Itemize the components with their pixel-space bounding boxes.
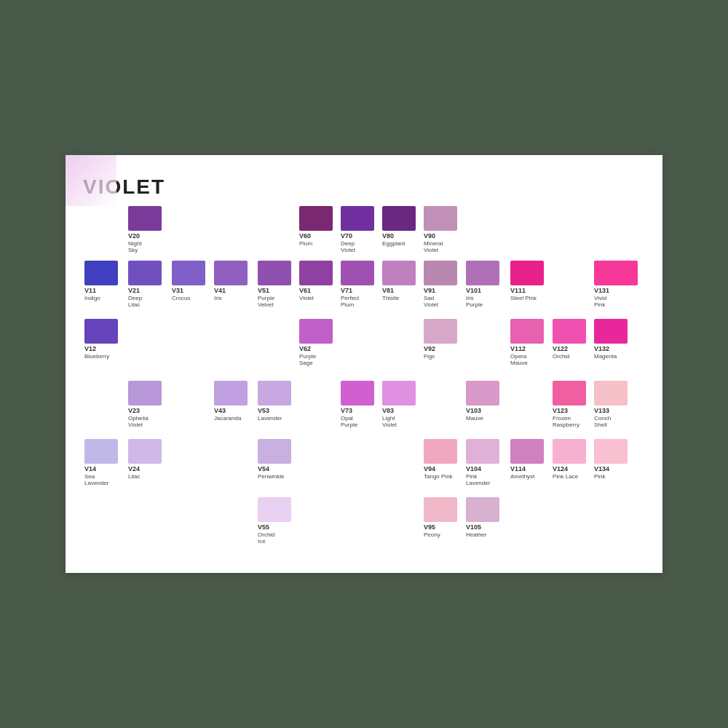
swatch-box-V105 xyxy=(466,497,499,522)
swatch-box-V62 xyxy=(299,319,333,344)
page-title: VIOLET xyxy=(83,175,645,199)
swatch-box-V94 xyxy=(424,439,457,464)
swatch-V91: V91 SadViolet xyxy=(422,261,462,314)
swatch-box-V90 xyxy=(424,206,457,231)
swatch-V80: V80 Eggplant xyxy=(381,206,420,253)
swatch-V94: V94 Tango Pink xyxy=(422,439,462,486)
swatch-V90: V90 MineralViolet xyxy=(422,206,462,259)
swatch-V101: V101 IrisPurple xyxy=(464,261,504,314)
swatch-box-V112 xyxy=(510,319,544,344)
swatch-box-V122 xyxy=(553,319,586,344)
swatch-V43: V43 Jacaranda xyxy=(213,381,252,427)
swatch-V62: V62 PurpleSage xyxy=(298,319,337,372)
swatch-box-V24 xyxy=(128,439,162,464)
swatch-V95: V95 Peony xyxy=(422,497,462,544)
swatch-V23: V23 OpheliaViolet xyxy=(127,381,166,434)
swatch-V54: V54 Periwinkle xyxy=(256,439,296,486)
swatch-V53: V53 Lavender xyxy=(256,381,296,427)
swatch-box-V133 xyxy=(594,381,628,405)
swatch-box-V111 xyxy=(510,261,544,285)
swatch-V132: V132 Magenta xyxy=(593,319,632,365)
swatch-V20: V20 NightSky xyxy=(127,206,166,259)
color-chart-card: VIOLET V20 NightSky V60 Plum V70 DeepVio… xyxy=(66,155,662,573)
swatch-box-V23 xyxy=(128,381,162,405)
swatch-V41: V41 Iris xyxy=(213,261,252,307)
swatch-V105: V105 Heather xyxy=(464,497,504,544)
swatch-box-V80 xyxy=(382,206,416,231)
swatch-box-V53 xyxy=(258,381,291,405)
swatch-V12: V12 Blueberry xyxy=(83,319,122,365)
swatch-box-V123 xyxy=(553,381,586,405)
swatch-box-V55 xyxy=(258,497,291,522)
swatch-box-V61 xyxy=(299,261,333,285)
swatch-box-V11 xyxy=(84,261,118,285)
swatch-box-V43 xyxy=(214,381,248,405)
swatch-V11: V11 Indigo xyxy=(83,261,122,307)
swatch-box-V92 xyxy=(424,319,457,344)
swatch-box-V31 xyxy=(172,261,205,285)
swatch-V103: V103 Mauve xyxy=(464,381,504,427)
swatch-V14: V14 SeaLavender xyxy=(83,439,122,492)
swatch-box-V70 xyxy=(341,206,374,231)
swatch-V73: V73 OpalPurple xyxy=(339,381,379,434)
swatch-V112: V112 OperaMauve xyxy=(509,319,548,372)
swatch-V31: V31 Crocus xyxy=(170,261,210,307)
swatch-V83: V83 LightViolet xyxy=(381,381,420,434)
swatch-V122: V122 Orchid xyxy=(551,319,590,365)
swatch-V124: V124 Pink Lace xyxy=(551,439,590,486)
swatch-box-V83 xyxy=(382,381,416,405)
swatch-box-V134 xyxy=(594,439,628,464)
swatch-V104: V104 PinkLavender xyxy=(464,439,504,492)
swatch-V131: V131 VividPink xyxy=(593,261,632,314)
swatch-box-V14 xyxy=(84,439,118,464)
swatch-V114: V114 Amethyst xyxy=(509,439,548,486)
swatch-box-V73 xyxy=(341,381,374,405)
swatch-box-V114 xyxy=(510,439,544,464)
swatch-box-V81 xyxy=(382,261,416,285)
swatch-V70: V70 DeepViolet xyxy=(339,206,379,259)
swatch-box-V20 xyxy=(128,206,162,231)
swatch-box-V71 xyxy=(341,261,374,285)
swatch-box-V132 xyxy=(594,319,628,344)
swatch-box-V54 xyxy=(258,439,291,464)
swatch-V24: V24 Lilac xyxy=(127,439,166,486)
swatch-box-V60 xyxy=(299,206,333,231)
swatch-box-V101 xyxy=(466,261,499,285)
swatch-box-V131 xyxy=(594,261,638,285)
swatch-box-V21 xyxy=(128,261,162,285)
swatch-box-V104 xyxy=(466,439,499,464)
swatch-V133: V133 ConchShell xyxy=(593,381,632,434)
swatch-V111: V111 Steel Pink xyxy=(509,261,548,307)
swatch-V71: V71 PerfectPlum xyxy=(339,261,379,314)
swatch-V55: V55 OrchidIce xyxy=(256,497,296,550)
swatch-V81: V81 Thistle xyxy=(381,261,420,307)
swatch-box-V91 xyxy=(424,261,457,285)
swatch-box-V103 xyxy=(466,381,499,405)
swatch-box-V12 xyxy=(84,319,118,344)
swatch-V51: V51 PurpleVelvet xyxy=(256,261,296,314)
swatch-V123: V123 FrozenRaspberry xyxy=(551,381,590,434)
swatch-V60: V60 Plum xyxy=(298,206,337,253)
swatch-V134: V134 Pink xyxy=(593,439,632,486)
swatch-box-V51 xyxy=(258,261,291,285)
corner-decoration xyxy=(66,155,116,206)
swatch-box-V95 xyxy=(424,497,457,522)
swatch-box-V41 xyxy=(214,261,248,285)
swatch-box-V124 xyxy=(553,439,586,464)
swatch-V92: V92 Figs xyxy=(422,319,462,365)
swatch-V61: V61 Violet xyxy=(298,261,337,307)
swatch-V21: V21 DeepLilac xyxy=(127,261,166,314)
